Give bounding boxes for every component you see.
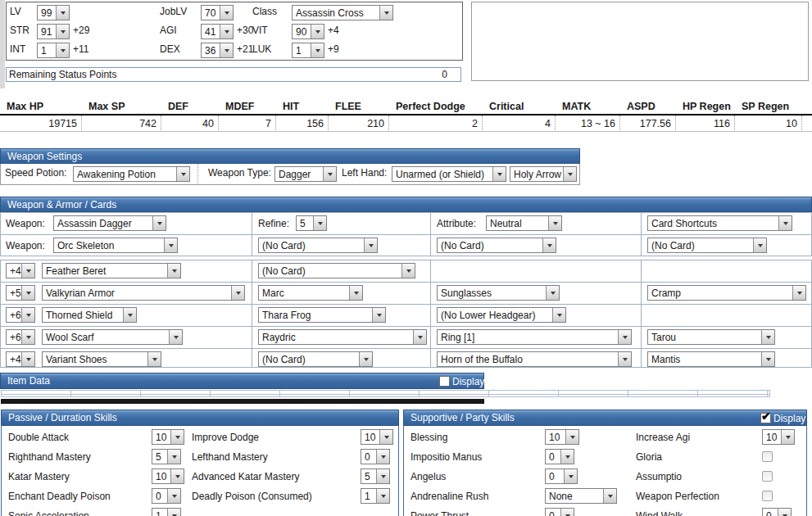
class-label: Class bbox=[252, 6, 277, 17]
skill-label: Double Attack bbox=[8, 428, 69, 447]
dropdown-arrow-icon bbox=[170, 469, 184, 483]
skill-checkbox[interactable] bbox=[762, 451, 773, 462]
weapon-card-select[interactable]: Orc Skeleton bbox=[53, 238, 178, 253]
dropdown-arrow-icon bbox=[761, 352, 774, 366]
gear-item-value: Variant Shoes bbox=[43, 352, 147, 366]
gear-item-select[interactable]: Feather Beret bbox=[42, 263, 181, 278]
card-shortcuts-value: Card Shortcuts bbox=[648, 216, 778, 230]
class-select[interactable]: Assassin Cross bbox=[292, 5, 393, 20]
dropdown-arrow-icon bbox=[147, 352, 161, 366]
skill-level-select[interactable]: 10 bbox=[152, 468, 184, 484]
gear-refine-select[interactable]: +5 bbox=[6, 285, 35, 301]
gear-card-select[interactable]: (No Card) bbox=[258, 263, 415, 278]
card-slot-select[interactable]: (No Card) bbox=[437, 238, 556, 253]
passive-skills-header: Passive / Durration Skills bbox=[1, 410, 399, 426]
skill-level-select[interactable]: 10 bbox=[545, 429, 579, 445]
weapon-type-select[interactable]: Dagger bbox=[274, 166, 337, 182]
dropdown-arrow-icon bbox=[379, 6, 392, 20]
dropdown-arrow-icon bbox=[21, 308, 34, 322]
gear-item-select[interactable]: Wool Scarf bbox=[42, 329, 183, 345]
skill-level-select[interactable]: 0 bbox=[545, 449, 574, 464]
gear-item-value: Feather Beret bbox=[43, 264, 167, 278]
skill-label: Impositio Manus bbox=[411, 447, 482, 467]
skill-level-select[interactable]: 0 bbox=[152, 488, 181, 504]
skill-level-select[interactable]: 10 bbox=[152, 429, 184, 445]
gear-slot-select[interactable]: (No Lower Headgear) bbox=[437, 307, 566, 323]
skill-level-select[interactable]: None bbox=[545, 488, 617, 504]
agi-label: AGI bbox=[160, 25, 177, 36]
card-slot-value: (No Card) bbox=[259, 238, 364, 252]
skill-level-select[interactable]: 1 bbox=[152, 508, 181, 516]
item-data-display-checkbox[interactable] bbox=[439, 376, 450, 387]
gear-card-select[interactable]: Marc bbox=[258, 285, 363, 301]
dropdown-arrow-icon bbox=[21, 352, 34, 366]
skill-level-select[interactable]: 10 bbox=[762, 429, 795, 445]
skill-level-value: 10 bbox=[546, 430, 565, 444]
gear-refine-select[interactable]: +6 bbox=[6, 329, 35, 345]
skill-label: Enchant Deadly Poison bbox=[8, 487, 111, 506]
gear-refine-value: +4 bbox=[7, 352, 21, 366]
skill-level-value: 0 bbox=[361, 450, 376, 464]
skill-level-select[interactable]: 0 bbox=[545, 468, 578, 484]
vit-select[interactable]: 90 bbox=[292, 24, 324, 39]
lv-select[interactable]: 99 bbox=[37, 5, 70, 20]
left-hand-select[interactable]: Unarmed (or Shield) bbox=[392, 166, 506, 182]
weapon-label: Weapon: bbox=[6, 213, 45, 234]
remaining-status-points-label: Remaining Status Points bbox=[9, 69, 116, 80]
gear-slot-select[interactable]: Tarou bbox=[647, 329, 775, 345]
base-stats-panel: LV 99 JobLV 70 Class Assassin Cross STR … bbox=[6, 2, 463, 61]
skill-level-select[interactable]: 5 bbox=[361, 468, 390, 484]
card-slot-select[interactable]: (No Card) bbox=[258, 238, 378, 253]
class-value: Assassin Cross bbox=[293, 6, 379, 20]
gear-card-select[interactable]: (No Card) bbox=[258, 351, 373, 367]
skill-level-select[interactable]: 1 bbox=[361, 488, 390, 504]
joblv-select[interactable]: 70 bbox=[201, 5, 234, 20]
arrow-select[interactable]: Holy Arrow bbox=[510, 166, 577, 182]
refine-label: Refine: bbox=[258, 213, 289, 234]
gear-slot-select[interactable]: Horn of the Buffalo bbox=[437, 351, 632, 367]
gear-refine-select[interactable]: +4 bbox=[6, 351, 35, 367]
dex-select[interactable]: 36 bbox=[201, 43, 234, 58]
card-shortcuts-select[interactable]: Card Shortcuts bbox=[647, 215, 792, 231]
gear-slot-select[interactable]: Ring [1] bbox=[437, 329, 632, 345]
supportive-skills-header: Supportive / Party Skills ✔ Display bbox=[403, 410, 807, 426]
attribute-select[interactable]: Neutral bbox=[486, 215, 562, 231]
skill-level-select[interactable]: 10 bbox=[361, 429, 393, 445]
skill-level-select[interactable]: 0 bbox=[762, 508, 792, 516]
skill-level-select[interactable]: 5 bbox=[152, 449, 181, 464]
gear-table: +4 Feather Beret (No Card) +5 Valkyrian … bbox=[0, 260, 812, 368]
str-select[interactable]: 91 bbox=[37, 24, 70, 39]
gear-item-select[interactable]: Variant Shoes bbox=[42, 351, 161, 367]
refine-select[interactable]: 5 bbox=[296, 215, 327, 231]
gear-card-select[interactable]: Raydric bbox=[258, 329, 427, 345]
gear-refine-select[interactable]: +6 bbox=[6, 307, 35, 323]
skill-label: Weapon Perfection bbox=[636, 487, 719, 506]
luk-select[interactable]: 1 bbox=[292, 43, 324, 58]
gear-slot-select[interactable]: Cramp bbox=[647, 285, 806, 301]
skill-row-clipped: Power Thrust 0 Wind Walk 0 bbox=[404, 506, 806, 516]
skill-row: Angelus 0 Assumptio bbox=[404, 467, 806, 487]
gear-item-select[interactable]: Valkyrian Armor bbox=[42, 285, 245, 301]
gear-item-select[interactable]: Thorned Shield bbox=[42, 307, 137, 323]
gear-card-select[interactable]: Thara Frog bbox=[258, 307, 386, 323]
weapon-select[interactable]: Assassin Dagger bbox=[53, 215, 166, 231]
gear-slot-select[interactable]: Mantis bbox=[647, 351, 775, 367]
skill-level-value: 0 bbox=[152, 489, 167, 503]
agi-select[interactable]: 41 bbox=[201, 24, 234, 39]
dropdown-arrow-icon bbox=[311, 25, 324, 38]
dropdown-arrow-icon bbox=[21, 330, 34, 344]
int-select[interactable]: 1 bbox=[37, 43, 70, 58]
supportive-display-checkbox[interactable]: ✔ bbox=[760, 413, 771, 423]
skill-checkbox[interactable] bbox=[762, 471, 773, 482]
skill-level-select[interactable]: 0 bbox=[545, 508, 574, 516]
skill-level-select[interactable]: 0 bbox=[361, 449, 390, 464]
skill-checkbox[interactable] bbox=[762, 491, 773, 501]
card-slot-select[interactable]: (No Card) bbox=[647, 238, 767, 253]
gear-slot-select[interactable]: Sunglasses bbox=[437, 285, 560, 301]
gear-card-value: (No Card) bbox=[259, 264, 401, 278]
dropdown-arrow-icon bbox=[379, 430, 392, 444]
speed-potion-select[interactable]: Awakening Potion bbox=[73, 166, 190, 182]
gear-refine-select[interactable]: +4 bbox=[6, 263, 35, 278]
gear-refine-value: +6 bbox=[7, 308, 21, 322]
skill-row: Andrenaline Rush None Weapon Perfection bbox=[404, 487, 806, 506]
